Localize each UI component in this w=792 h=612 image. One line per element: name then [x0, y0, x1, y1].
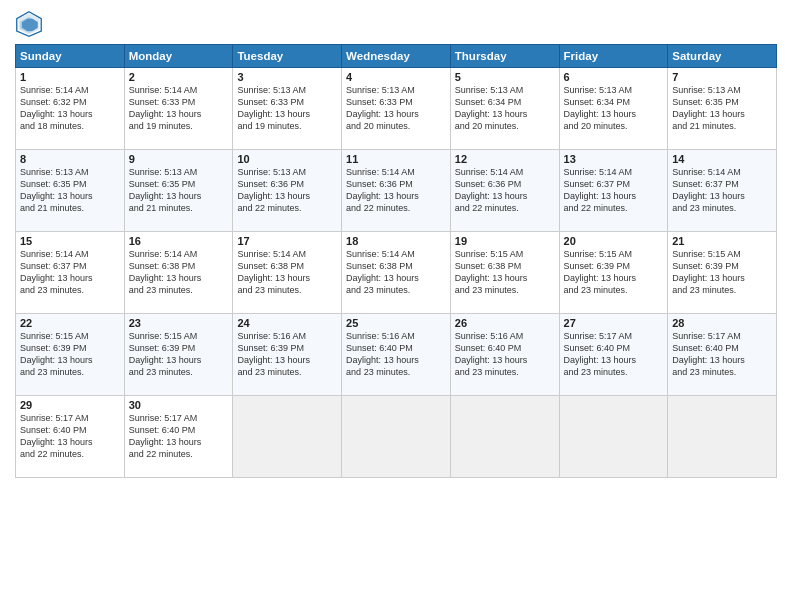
- calendar-cell: 27Sunrise: 5:17 AM Sunset: 6:40 PM Dayli…: [559, 314, 668, 396]
- cell-info: Sunrise: 5:17 AM Sunset: 6:40 PM Dayligh…: [564, 330, 664, 379]
- calendar-page: SundayMondayTuesdayWednesdayThursdayFrid…: [0, 0, 792, 612]
- day-number: 21: [672, 235, 772, 247]
- day-number: 11: [346, 153, 446, 165]
- day-number: 28: [672, 317, 772, 329]
- calendar-cell: 21Sunrise: 5:15 AM Sunset: 6:39 PM Dayli…: [668, 232, 777, 314]
- week-row-5: 29Sunrise: 5:17 AM Sunset: 6:40 PM Dayli…: [16, 396, 777, 478]
- weekday-tuesday: Tuesday: [233, 45, 342, 68]
- calendar-cell: 18Sunrise: 5:14 AM Sunset: 6:38 PM Dayli…: [342, 232, 451, 314]
- weekday-monday: Monday: [124, 45, 233, 68]
- cell-info: Sunrise: 5:13 AM Sunset: 6:35 PM Dayligh…: [129, 166, 229, 215]
- day-number: 18: [346, 235, 446, 247]
- cell-info: Sunrise: 5:14 AM Sunset: 6:37 PM Dayligh…: [672, 166, 772, 215]
- weekday-friday: Friday: [559, 45, 668, 68]
- calendar-cell: 5Sunrise: 5:13 AM Sunset: 6:34 PM Daylig…: [450, 68, 559, 150]
- day-number: 22: [20, 317, 120, 329]
- calendar-cell: [342, 396, 451, 478]
- weekday-saturday: Saturday: [668, 45, 777, 68]
- calendar-table: SundayMondayTuesdayWednesdayThursdayFrid…: [15, 44, 777, 478]
- logo: [15, 10, 47, 38]
- day-number: 26: [455, 317, 555, 329]
- weekday-thursday: Thursday: [450, 45, 559, 68]
- day-number: 3: [237, 71, 337, 83]
- calendar-cell: 2Sunrise: 5:14 AM Sunset: 6:33 PM Daylig…: [124, 68, 233, 150]
- calendar-cell: 9Sunrise: 5:13 AM Sunset: 6:35 PM Daylig…: [124, 150, 233, 232]
- day-number: 2: [129, 71, 229, 83]
- day-number: 14: [672, 153, 772, 165]
- cell-info: Sunrise: 5:14 AM Sunset: 6:36 PM Dayligh…: [455, 166, 555, 215]
- cell-info: Sunrise: 5:14 AM Sunset: 6:37 PM Dayligh…: [20, 248, 120, 297]
- week-row-2: 8Sunrise: 5:13 AM Sunset: 6:35 PM Daylig…: [16, 150, 777, 232]
- cell-info: Sunrise: 5:14 AM Sunset: 6:37 PM Dayligh…: [564, 166, 664, 215]
- calendar-cell: 25Sunrise: 5:16 AM Sunset: 6:40 PM Dayli…: [342, 314, 451, 396]
- calendar-cell: 15Sunrise: 5:14 AM Sunset: 6:37 PM Dayli…: [16, 232, 125, 314]
- calendar-cell: [559, 396, 668, 478]
- calendar-cell: 28Sunrise: 5:17 AM Sunset: 6:40 PM Dayli…: [668, 314, 777, 396]
- cell-info: Sunrise: 5:15 AM Sunset: 6:39 PM Dayligh…: [20, 330, 120, 379]
- day-number: 29: [20, 399, 120, 411]
- calendar-cell: 24Sunrise: 5:16 AM Sunset: 6:39 PM Dayli…: [233, 314, 342, 396]
- weekday-wednesday: Wednesday: [342, 45, 451, 68]
- calendar-cell: 3Sunrise: 5:13 AM Sunset: 6:33 PM Daylig…: [233, 68, 342, 150]
- calendar-header: SundayMondayTuesdayWednesdayThursdayFrid…: [16, 45, 777, 68]
- calendar-cell: 26Sunrise: 5:16 AM Sunset: 6:40 PM Dayli…: [450, 314, 559, 396]
- day-number: 5: [455, 71, 555, 83]
- week-row-1: 1Sunrise: 5:14 AM Sunset: 6:32 PM Daylig…: [16, 68, 777, 150]
- day-number: 19: [455, 235, 555, 247]
- day-number: 12: [455, 153, 555, 165]
- weekday-row: SundayMondayTuesdayWednesdayThursdayFrid…: [16, 45, 777, 68]
- cell-info: Sunrise: 5:13 AM Sunset: 6:36 PM Dayligh…: [237, 166, 337, 215]
- calendar-body: 1Sunrise: 5:14 AM Sunset: 6:32 PM Daylig…: [16, 68, 777, 478]
- day-number: 6: [564, 71, 664, 83]
- calendar-cell: 17Sunrise: 5:14 AM Sunset: 6:38 PM Dayli…: [233, 232, 342, 314]
- weekday-sunday: Sunday: [16, 45, 125, 68]
- cell-info: Sunrise: 5:14 AM Sunset: 6:38 PM Dayligh…: [237, 248, 337, 297]
- day-number: 13: [564, 153, 664, 165]
- calendar-cell: 4Sunrise: 5:13 AM Sunset: 6:33 PM Daylig…: [342, 68, 451, 150]
- cell-info: Sunrise: 5:13 AM Sunset: 6:34 PM Dayligh…: [455, 84, 555, 133]
- day-number: 10: [237, 153, 337, 165]
- cell-info: Sunrise: 5:13 AM Sunset: 6:35 PM Dayligh…: [672, 84, 772, 133]
- week-row-4: 22Sunrise: 5:15 AM Sunset: 6:39 PM Dayli…: [16, 314, 777, 396]
- day-number: 8: [20, 153, 120, 165]
- cell-info: Sunrise: 5:14 AM Sunset: 6:32 PM Dayligh…: [20, 84, 120, 133]
- cell-info: Sunrise: 5:15 AM Sunset: 6:39 PM Dayligh…: [129, 330, 229, 379]
- day-number: 25: [346, 317, 446, 329]
- cell-info: Sunrise: 5:16 AM Sunset: 6:40 PM Dayligh…: [346, 330, 446, 379]
- day-number: 7: [672, 71, 772, 83]
- day-number: 30: [129, 399, 229, 411]
- cell-info: Sunrise: 5:13 AM Sunset: 6:33 PM Dayligh…: [346, 84, 446, 133]
- logo-icon: [15, 10, 43, 38]
- calendar-cell: 22Sunrise: 5:15 AM Sunset: 6:39 PM Dayli…: [16, 314, 125, 396]
- cell-info: Sunrise: 5:16 AM Sunset: 6:40 PM Dayligh…: [455, 330, 555, 379]
- calendar-cell: 12Sunrise: 5:14 AM Sunset: 6:36 PM Dayli…: [450, 150, 559, 232]
- day-number: 15: [20, 235, 120, 247]
- calendar-cell: 8Sunrise: 5:13 AM Sunset: 6:35 PM Daylig…: [16, 150, 125, 232]
- calendar-cell: 6Sunrise: 5:13 AM Sunset: 6:34 PM Daylig…: [559, 68, 668, 150]
- calendar-cell: 10Sunrise: 5:13 AM Sunset: 6:36 PM Dayli…: [233, 150, 342, 232]
- calendar-cell: 30Sunrise: 5:17 AM Sunset: 6:40 PM Dayli…: [124, 396, 233, 478]
- cell-info: Sunrise: 5:15 AM Sunset: 6:38 PM Dayligh…: [455, 248, 555, 297]
- calendar-cell: 16Sunrise: 5:14 AM Sunset: 6:38 PM Dayli…: [124, 232, 233, 314]
- cell-info: Sunrise: 5:13 AM Sunset: 6:34 PM Dayligh…: [564, 84, 664, 133]
- cell-info: Sunrise: 5:17 AM Sunset: 6:40 PM Dayligh…: [672, 330, 772, 379]
- cell-info: Sunrise: 5:14 AM Sunset: 6:33 PM Dayligh…: [129, 84, 229, 133]
- week-row-3: 15Sunrise: 5:14 AM Sunset: 6:37 PM Dayli…: [16, 232, 777, 314]
- cell-info: Sunrise: 5:13 AM Sunset: 6:33 PM Dayligh…: [237, 84, 337, 133]
- calendar-cell: 20Sunrise: 5:15 AM Sunset: 6:39 PM Dayli…: [559, 232, 668, 314]
- calendar-cell: 19Sunrise: 5:15 AM Sunset: 6:38 PM Dayli…: [450, 232, 559, 314]
- calendar-cell: [668, 396, 777, 478]
- day-number: 23: [129, 317, 229, 329]
- cell-info: Sunrise: 5:14 AM Sunset: 6:38 PM Dayligh…: [129, 248, 229, 297]
- calendar-cell: 14Sunrise: 5:14 AM Sunset: 6:37 PM Dayli…: [668, 150, 777, 232]
- calendar-cell: 13Sunrise: 5:14 AM Sunset: 6:37 PM Dayli…: [559, 150, 668, 232]
- cell-info: Sunrise: 5:17 AM Sunset: 6:40 PM Dayligh…: [129, 412, 229, 461]
- day-number: 16: [129, 235, 229, 247]
- day-number: 17: [237, 235, 337, 247]
- cell-info: Sunrise: 5:14 AM Sunset: 6:38 PM Dayligh…: [346, 248, 446, 297]
- day-number: 24: [237, 317, 337, 329]
- calendar-cell: 11Sunrise: 5:14 AM Sunset: 6:36 PM Dayli…: [342, 150, 451, 232]
- calendar-cell: [233, 396, 342, 478]
- cell-info: Sunrise: 5:15 AM Sunset: 6:39 PM Dayligh…: [672, 248, 772, 297]
- calendar-cell: 7Sunrise: 5:13 AM Sunset: 6:35 PM Daylig…: [668, 68, 777, 150]
